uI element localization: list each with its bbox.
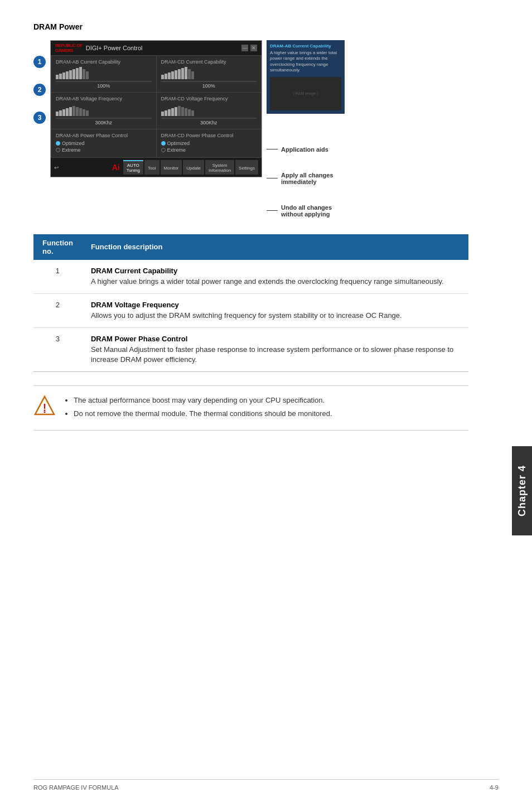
warning-box: ! The actual performance boost may vary … xyxy=(33,385,468,431)
panel-dram-cd-current: DRAM-CD Current Capability xyxy=(157,56,262,92)
bar xyxy=(66,108,69,116)
radio-label-cd-optimized: Optimized xyxy=(167,141,190,146)
panel-dram-cd-voltage: DRAM-CD Voltage Frequency 3 xyxy=(157,93,262,129)
bar xyxy=(178,106,181,116)
panel-ab-voltage-label: DRAM-AB Voltage Frequency xyxy=(56,96,152,102)
slider-track-cd-v xyxy=(161,118,257,119)
circle-numbers: 1 2 3 xyxy=(33,56,46,139)
radio-dot-cd-selected[interactable] xyxy=(161,141,166,146)
annotation-text-3: Undo all changeswithout applying xyxy=(281,204,332,218)
annotations-group: Application aids Apply all changesimmedi… xyxy=(267,146,333,218)
bar xyxy=(72,69,75,79)
bar xyxy=(66,71,69,79)
annotation-line-3 xyxy=(267,210,278,211)
panel-cd-voltage-label: DRAM-CD Voltage Frequency xyxy=(161,96,257,102)
panel-dram-cd-phase: DRAM-CD Power Phase Control Optimized Ex… xyxy=(157,129,262,157)
annotation-application-aids: Application aids xyxy=(267,146,333,153)
footer-page-number: 4-9 xyxy=(490,784,499,791)
nav-buttons: AUTOTuning Tool Monitor Update SystemInf… xyxy=(123,160,258,175)
bar xyxy=(181,68,184,79)
bar xyxy=(171,71,174,79)
bar xyxy=(59,110,62,116)
bar xyxy=(86,71,89,79)
footer-product-name: ROG RAMPAGE IV FORMULA xyxy=(33,784,119,791)
panel-cd-current-value: 100% xyxy=(161,83,257,89)
warning-item-2: Do not remove the thermal module. The th… xyxy=(74,408,332,419)
window-controls: — ✕ xyxy=(241,45,257,51)
bar xyxy=(56,75,59,79)
nav-tuning[interactable]: AUTOTuning xyxy=(123,160,143,175)
row-3-number: 3 xyxy=(33,327,82,371)
row-1-number: 1 xyxy=(33,260,82,294)
radio-label-cd-extreme: Extreme xyxy=(167,147,186,153)
info-panel-section: DRAM-AB Current Capability A higher valu… xyxy=(267,40,345,218)
bar xyxy=(59,74,62,79)
nav-tool[interactable]: Tool xyxy=(144,160,159,175)
chapter-label: Chapter 4 xyxy=(516,465,528,516)
panel-dram-ab-current: DRAM-AB Current Capability xyxy=(51,56,156,92)
window-titlebar: REPUBLIC OFGAMERS DIGI+ Power Control — … xyxy=(51,41,262,55)
bar xyxy=(62,73,65,79)
panel-ab-voltage-value: 300Khz xyxy=(56,120,152,125)
function-table: Function no. Function description 1 DRAM… xyxy=(33,234,468,373)
info-panel-title: DRAM-AB Current Capability xyxy=(270,44,341,49)
annotation-line-1 xyxy=(267,149,278,149)
screenshot-section: 1 2 3 REPUBLIC OFGAMERS DIGI+ Power Cont… xyxy=(33,40,468,218)
col-function-desc: Function description xyxy=(82,234,468,260)
bar xyxy=(69,70,72,79)
panel-dram-ab-voltage: DRAM-AB Voltage Frequency 3 xyxy=(51,93,156,129)
warning-item-1: The actual performance boost may vary de… xyxy=(74,395,332,406)
row-1-text: A higher value brings a wider total powe… xyxy=(91,277,444,286)
nav-settings[interactable]: Settings xyxy=(235,160,258,175)
nav-update[interactable]: Update xyxy=(183,160,204,175)
chapter-sidebar: Chapter 4 xyxy=(512,446,532,535)
slider-bars-cd-current xyxy=(161,67,257,79)
col-function-no: Function no. xyxy=(33,234,82,260)
radio-cd-optimized: Optimized xyxy=(161,141,257,146)
table-header-row: Function no. Function description xyxy=(33,234,468,260)
row-1-name: DRAM Current Capability xyxy=(91,267,460,275)
undo-button[interactable]: ↩ xyxy=(54,165,59,171)
row-1-desc: DRAM Current Capability A higher value b… xyxy=(82,260,468,294)
window-bottom-toolbar: ↩ Ai AUTOTuning Tool Monitor Update Syst… xyxy=(51,158,262,177)
bar xyxy=(191,71,194,79)
page-footer: ROG RAMPAGE IV FORMULA 4-9 xyxy=(33,779,499,791)
bar xyxy=(79,108,82,116)
radio-dot-selected[interactable] xyxy=(56,141,60,146)
radio-ab-optimized: Optimized xyxy=(56,141,152,146)
radio-dot-extreme[interactable] xyxy=(56,148,60,152)
annotation-text-1: Application aids xyxy=(281,146,328,153)
bar xyxy=(86,110,89,116)
table-row: 3 DRAM Power Phase Control Set Manual Ad… xyxy=(33,327,468,371)
slider-bars-cd-voltage xyxy=(161,104,257,116)
close-button[interactable]: ✕ xyxy=(250,45,257,51)
row-2-number: 2 xyxy=(33,293,82,327)
circle-2: 2 xyxy=(33,84,46,96)
bar xyxy=(56,112,59,116)
panel-cd-voltage-value: 300Khz xyxy=(161,120,257,125)
section-title: DRAM Power xyxy=(33,22,468,31)
bar xyxy=(165,74,167,79)
bar xyxy=(69,107,72,116)
bar xyxy=(171,108,174,116)
svg-point-2 xyxy=(44,412,46,413)
bar xyxy=(76,107,79,116)
bar xyxy=(72,106,75,116)
slider-bars-ab-current xyxy=(56,67,152,79)
minimize-button[interactable]: — xyxy=(241,45,248,51)
nav-system-info[interactable]: SystemInformation xyxy=(205,160,234,175)
window-logo: REPUBLIC OFGAMERS xyxy=(55,43,83,53)
info-panel-description: A higher value brings a wider total powe… xyxy=(270,50,341,74)
annotation-apply-all: Apply all changesimmediately xyxy=(267,172,333,185)
row-3-desc: DRAM Power Phase Control Set Manual Adju… xyxy=(82,327,468,371)
bar xyxy=(191,110,194,116)
nav-monitor[interactable]: Monitor xyxy=(161,160,182,175)
panel-cd-current-label: DRAM-CD Current Capability xyxy=(161,59,257,65)
bar xyxy=(185,108,187,116)
radio-dot-cd-extreme[interactable] xyxy=(161,148,166,152)
bar xyxy=(168,109,171,116)
window-body: DRAM-AB Current Capability xyxy=(51,55,262,158)
bar xyxy=(178,69,181,79)
panel-dram-ab-phase: DRAM-AB Power Phase Control Optimized Ex… xyxy=(51,129,156,157)
panel-cd-phase-label: DRAM-CD Power Phase Control xyxy=(161,133,257,138)
